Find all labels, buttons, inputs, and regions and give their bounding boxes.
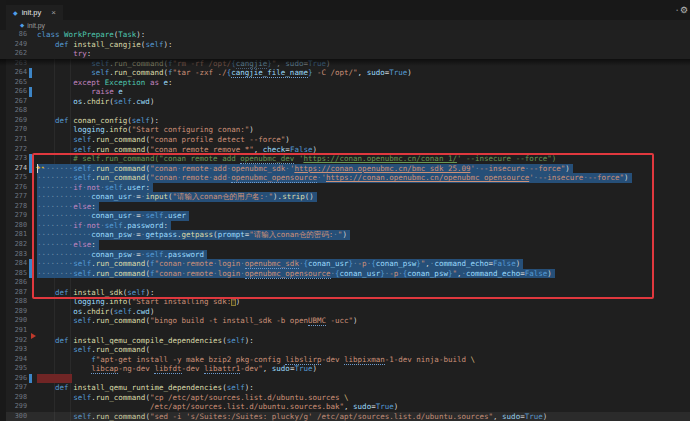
code-line[interactable]: 287 def install_sdk(self): <box>0 288 690 298</box>
code-line[interactable]: 283············conan_psw·=·self.password <box>0 250 690 260</box>
code-line[interactable]: 285········self.run_command(f"conan·remo… <box>0 269 690 279</box>
line-number[interactable]: 284 <box>0 259 27 269</box>
code-line[interactable]: 298 self.run_command("cp /etc/apt/source… <box>0 393 690 403</box>
line-number[interactable]: 278 <box>0 202 27 212</box>
line-number[interactable]: 276 <box>0 183 27 193</box>
code-line[interactable]: 293 self.run_command( <box>0 345 690 355</box>
code-line[interactable]: 267 os.chdir(self.cwd) <box>0 97 690 107</box>
line-number[interactable]: 292 <box>0 336 27 346</box>
code-token: "tar -zxf ./ <box>172 68 226 77</box>
code-line[interactable]: 273 # self.run_command("conan remote add… <box>0 154 690 164</box>
code-line[interactable]: 268 <box>0 106 690 116</box>
line-number[interactable]: 291 <box>0 326 27 336</box>
code-line[interactable]: 294 f"apt-get install -y make bzip2 pkg-… <box>0 355 690 365</box>
code-line[interactable]: 269 def conan_config(self): <box>0 116 690 126</box>
line-number[interactable]: 86 <box>0 30 27 40</box>
code-line[interactable]: 266 raise e <box>0 87 690 97</box>
code-line[interactable]: 296 <box>0 374 690 384</box>
line-number[interactable]: 263 <box>0 59 27 69</box>
line-number[interactable]: 269 <box>0 116 27 126</box>
line-number[interactable]: 283 <box>0 250 27 260</box>
code-line[interactable]: 291 <box>0 326 690 336</box>
line-number[interactable]: 272 <box>0 145 27 155</box>
code-line[interactable]: 279············conan_usr·=·self.user <box>0 211 690 221</box>
code-token: openubmc_opensource <box>245 269 331 279</box>
code-line[interactable]: 278········else: <box>0 202 690 212</box>
code-line[interactable]: 289 os.chdir(self.cwd) <box>0 307 690 317</box>
breadcrumb[interactable]: ◆ init.py <box>6 20 690 30</box>
git-modified-icon <box>29 68 32 78</box>
line-number[interactable]: 290 <box>0 316 27 326</box>
code-line[interactable]: 284········self.run_command(f"conan·remo… <box>0 259 690 269</box>
code-line[interactable]: 299 /etc/apt/sources.list.d/ubuntu.sourc… <box>0 402 690 412</box>
line-number[interactable]: 282 <box>0 240 27 250</box>
line-number[interactable]: 287 <box>0 288 27 298</box>
line-number[interactable]: 265 <box>0 78 27 88</box>
line-number[interactable]: 262 <box>0 49 27 59</box>
code-line[interactable]: 290 self.run_command("bingo build -t ins… <box>0 316 690 326</box>
line-number[interactable]: 264 <box>0 68 27 78</box>
horizontal-scrollbar[interactable] <box>6 412 690 421</box>
line-number[interactable]: 289 <box>0 307 27 317</box>
line-number[interactable]: 249 <box>0 40 27 50</box>
code-line[interactable]: 275········self.run_command("conan·remot… <box>0 173 690 183</box>
line-number[interactable]: 268 <box>0 106 27 116</box>
code-line[interactable]: 262 try: <box>0 49 690 59</box>
line-number[interactable]: 281 <box>0 230 27 240</box>
code-area[interactable]: 263 self.run_command(f"rm -rf /opt/{cang… <box>0 59 690 421</box>
code-line[interactable]: 292 def install_qemu_compile_dependencie… <box>0 336 690 346</box>
line-number[interactable]: 295 <box>0 364 27 374</box>
code-line[interactable]: 297 def install_qemu_runtime_dependencie… <box>0 383 690 393</box>
code-line[interactable]: 274········self.run_command("conan·remot… <box>0 164 690 174</box>
line-number[interactable]: 294 <box>0 355 27 365</box>
code-token: , <box>344 402 353 411</box>
code-token: ). <box>273 192 282 201</box>
code-text: ········self.run_command(f"conan·remote·… <box>37 269 555 279</box>
code-token: ): <box>136 30 145 39</box>
code-line[interactable]: 276········if·not·self.user: <box>0 183 690 193</box>
code-token: ) <box>236 297 241 306</box>
gear-icon[interactable]: ⚙ <box>680 5 688 15</box>
code-line[interactable]: 272 self.run_command("conan remote remov… <box>0 145 690 155</box>
code-line[interactable]: 280········if·not·self.password: <box>0 221 690 231</box>
code-line[interactable]: 86class WorkPrepare(Task): <box>0 30 690 40</box>
code-line[interactable]: 288 logging.info("Start installing sdk:"… <box>0 297 690 307</box>
line-number[interactable]: 279 <box>0 211 27 221</box>
line-number[interactable]: 298 <box>0 393 27 403</box>
line-number[interactable]: 270 <box>0 125 27 135</box>
code-line[interactable]: 286 <box>0 278 690 288</box>
line-number[interactable]: 266 <box>0 87 27 97</box>
code-line[interactable]: 263 self.run_command(f"rm -rf /opt/{cang… <box>0 59 690 69</box>
line-number[interactable]: 277 <box>0 192 27 202</box>
code-line[interactable]: 271 self.run_command("conan profile dete… <box>0 135 690 145</box>
close-icon[interactable]: × <box>51 8 56 17</box>
code-line[interactable]: 277············conan_usr·=·input("请输入con… <box>0 192 690 202</box>
line-number[interactable]: 293 <box>0 345 27 355</box>
line-number[interactable]: 286 <box>0 278 27 288</box>
code-line[interactable]: 265 except Exception as e: <box>0 78 690 88</box>
code-line[interactable]: 295 libcap-ng-dev libfdt-dev libattr1-de… <box>0 364 690 374</box>
line-number[interactable]: 297 <box>0 383 27 393</box>
gutter <box>27 30 37 40</box>
line-number[interactable]: 271 <box>0 135 27 145</box>
line-number[interactable]: 280 <box>0 221 27 231</box>
code-line[interactable]: 264 self.run_command(f"tar -zxf ./{cangj… <box>0 68 690 78</box>
line-number[interactable]: 275 <box>0 173 27 183</box>
code-line[interactable]: 281············conan_psw·=·getpass.getpa… <box>0 230 690 240</box>
line-number[interactable]: 299 <box>0 402 27 412</box>
gutter <box>27 383 37 393</box>
breadcrumb-file[interactable]: init.py <box>27 22 45 29</box>
code-token: install_sdk <box>73 288 123 297</box>
line-number[interactable]: 288 <box>0 297 27 307</box>
code-line[interactable]: 282········else: <box>0 240 690 250</box>
line-number[interactable]: 273 <box>0 154 27 164</box>
tab-init-py[interactable]: ◆ init.py × <box>6 5 63 20</box>
line-number[interactable]: 296 <box>0 374 27 384</box>
line-number[interactable]: 267 <box>0 97 27 107</box>
git-modified-icon <box>29 374 32 384</box>
code-line[interactable]: 270 logging.info("Start configuring cona… <box>0 125 690 135</box>
gutter <box>27 316 37 326</box>
line-number[interactable]: 274 <box>0 164 27 174</box>
code-line[interactable]: 249 def install_cangjie(self): <box>0 40 690 50</box>
line-number[interactable]: 285 <box>0 269 27 279</box>
